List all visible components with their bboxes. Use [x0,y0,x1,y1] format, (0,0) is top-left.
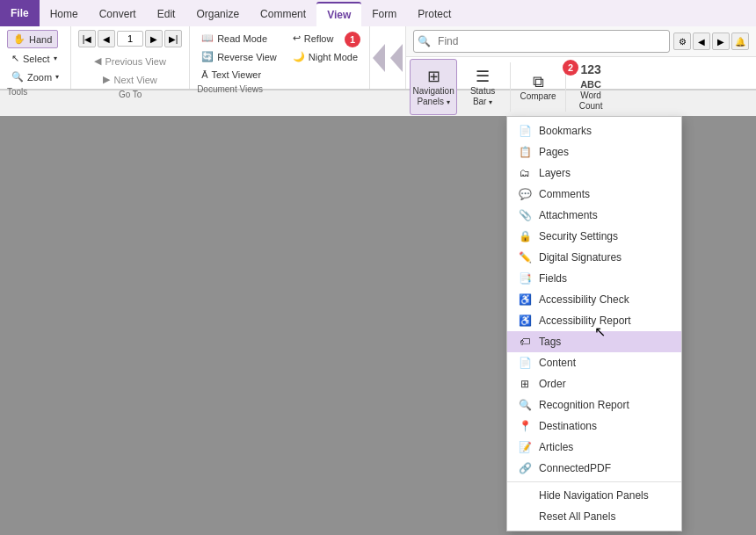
status-bar-icon: ☰ [476,67,490,86]
pages-icon: 📋 [518,145,532,159]
select-button[interactable]: ↖ Select ▾ [7,50,62,67]
compare-button[interactable]: ⧉ Compare [514,59,562,115]
security-settings-icon: 🔒 [518,229,532,243]
tab-convert[interactable]: Convert [89,2,147,26]
search-icon: 🔍 [418,35,431,47]
menu-separator [507,481,681,482]
attachments-icon: 📎 [518,208,532,222]
zoom-button[interactable]: 🔍 Zoom ▾ [7,69,63,85]
layers-icon: 🗂 [518,166,532,180]
first-page-button[interactable]: |◀ [78,30,96,47]
menu-item-tags[interactable]: 🏷 Tags [507,331,681,352]
chevron-down-icon: ▾ [489,98,492,106]
digital-signatures-icon: ✏️ [518,250,532,264]
menu-item-pages[interactable]: 📋 Pages [507,141,681,163]
tab-form[interactable]: Form [361,2,407,26]
zoom-icon: 🔍 [11,71,24,83]
goto-group: |◀ ◀ ▶ ▶| ◀ Previous View ▶ Next View Go… [71,26,190,89]
prev-view-icon: ◀ [94,55,101,67]
chevron-down-icon: ▾ [55,73,59,81]
prev-page-button[interactable]: ◀ [98,30,115,47]
content-icon: 📄 [518,356,532,370]
articles-icon: 📝 [518,440,532,454]
tab-home[interactable]: Home [40,2,89,26]
search-prev-button[interactable]: ◀ [693,33,710,50]
document-views-label: Document Views [197,84,263,94]
menu-item-comments[interactable]: 💬 Comments [507,184,681,205]
navigation-panels-dropdown: 📄 Bookmarks 📋 Pages 🗂 Layers 💬 Comments … [506,116,682,531]
menu-item-security-settings[interactable]: 🔒 Security Settings [507,226,681,247]
order-icon: ⊞ [518,377,532,391]
menu-item-reset-panels[interactable]: · Reset All Panels [507,506,681,527]
panel-toggle-arrows[interactable] [370,26,405,89]
next-view-icon: ▶ [103,74,110,85]
recognition-report-icon: 🔍 [518,398,532,412]
word-count-icon: 123ABC [580,62,601,90]
menu-item-hide-navigation[interactable]: · Hide Navigation Panels [507,485,681,506]
menu-item-content[interactable]: 📄 Content [507,352,681,373]
nav-panels-icon: ⊞ [427,67,440,86]
page-navigation: |◀ ◀ ▶ ▶| [78,30,182,47]
menu-item-bookmarks[interactable]: 📄 Bookmarks [507,120,681,141]
hand-icon: ✋ [13,33,25,45]
menu-item-connectedpdf[interactable]: 🔗 ConnectedPDF [507,458,681,479]
accessibility-check-icon: ♿ [518,293,532,307]
search-options-button[interactable]: ⚙ [673,33,691,50]
text-viewer-icon: Ā [201,69,207,80]
menu-item-accessibility-report[interactable]: ♿ Accessibility Report [507,310,681,331]
tab-protect[interactable]: Protect [407,2,462,26]
search-input[interactable] [433,33,665,50]
reflow-icon: ↩ [293,33,301,44]
compare-icon: ⧉ [533,73,544,91]
fields-icon: 📑 [518,271,532,286]
comments-icon: 💬 [518,187,532,201]
tab-edit[interactable]: Edit [147,2,186,26]
badge-1: 1 [345,32,360,47]
tags-icon: 🏷 [518,335,532,349]
menu-item-recognition-report[interactable]: 🔍 Recognition Report [507,394,681,416]
badge-2: 2 [563,60,578,76]
goto-group-label: Go To [119,90,142,99]
tab-file[interactable]: File [0,0,40,26]
tab-view[interactable]: View [316,2,361,26]
reverse-view-button[interactable]: 🔄 Reverse View [197,48,281,65]
menu-item-destinations[interactable]: 📍 Destinations [507,416,681,437]
last-page-button[interactable]: ▶| [164,30,182,47]
tools-group-label: Tools [7,87,27,97]
tab-organize[interactable]: Organize [185,2,250,26]
accessibility-report-icon: ♿ [518,314,532,328]
search-bar-row: 🔍 ⚙ ◀ ▶ 🔔 [406,26,756,57]
bookmarks-icon: 📄 [518,124,532,138]
text-viewer-button[interactable]: Ā Text Viewer [197,67,281,83]
document-views-group: 📖 Read Mode 🔄 Reverse View Ā Text Viewer… [190,26,370,89]
read-mode-icon: 📖 [201,33,214,44]
night-mode-icon: 🌙 [293,51,305,62]
next-page-button[interactable]: ▶ [145,30,163,47]
chevron-down-icon: ▾ [447,98,450,106]
page-number-input[interactable] [117,31,143,47]
tab-comment[interactable]: Comment [250,2,316,26]
menu-item-articles[interactable]: 📝 Articles [507,437,681,458]
menu-item-attachments[interactable]: 📎 Attachments [507,205,681,226]
menu-item-accessibility-check[interactable]: ♿ Accessibility Check [507,289,681,310]
divider [510,62,511,112]
read-mode-button[interactable]: 📖 Read Mode [197,30,281,47]
select-icon: ↖ [11,53,19,64]
destinations-icon: 📍 [518,419,532,433]
menu-item-order[interactable]: ⊞ Order [507,373,681,394]
notification-button[interactable]: 🔔 [731,33,749,50]
navigation-panels-button[interactable]: ⊞ Navigation Panels ▾ [410,59,457,115]
search-next-button[interactable]: ▶ [712,33,730,50]
next-view-button[interactable]: ▶ Next View [98,71,161,88]
menu-item-fields[interactable]: 📑 Fields [507,268,681,289]
connectedpdf-icon: 🔗 [518,461,532,475]
menu-item-digital-signatures[interactable]: ✏️ Digital Signatures [507,247,681,268]
night-mode-button[interactable]: 🌙 Night Mode [288,48,362,65]
hand-button[interactable]: ✋ Hand [7,30,58,48]
tools-group: ✋ Hand ↖ Select ▾ 🔍 Zoom ▾ Tools [0,26,71,89]
status-bar-button[interactable]: ☰ Status Bar ▾ [459,59,506,115]
previous-view-button[interactable]: ◀ Previous View [90,53,171,69]
chevron-down-icon: ▾ [54,54,57,62]
tab-row: File Home Convert Edit Organize Comment … [0,0,756,26]
menu-item-layers[interactable]: 🗂 Layers [507,163,681,184]
